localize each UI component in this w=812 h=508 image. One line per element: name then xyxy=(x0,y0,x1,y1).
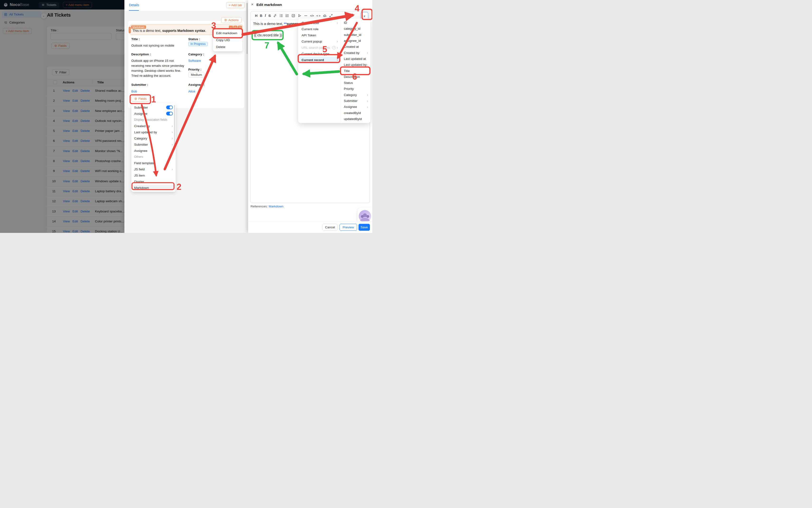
fullscreen-icon[interactable] xyxy=(329,14,333,17)
actions-button[interactable]: Actions xyxy=(221,17,241,23)
menu-item-label: Field template xyxy=(134,161,173,165)
record-field-label: Submitter xyxy=(344,99,367,103)
fields-menu-item[interactable]: Created by › xyxy=(131,123,176,129)
menu-item-label: Created by xyxy=(134,124,172,128)
strikethrough-icon[interactable]: S xyxy=(269,14,271,17)
fields-menu-item[interactable]: JS field › xyxy=(131,166,176,172)
variable-menu-item[interactable]: URL search params ? › xyxy=(298,44,340,51)
variable-item-label: URL search params xyxy=(301,46,332,49)
variable-menu-item[interactable]: Current device type xyxy=(298,51,340,57)
block-context-menu: Edit markdown Copy UID Delete xyxy=(213,29,242,51)
toggle-switch-on[interactable] xyxy=(166,105,173,109)
menu-item-label: Last updated by xyxy=(134,130,172,134)
variable-menu-item[interactable]: Current popup › xyxy=(298,38,340,44)
variable-token-text[interactable]: {{ ctx.record.title }} xyxy=(254,33,282,37)
record-field-item[interactable]: Status xyxy=(340,80,370,86)
chevron-right-icon: › xyxy=(172,130,173,134)
record-field-item[interactable]: category_id xyxy=(340,26,370,32)
record-field-label: assignee_id xyxy=(344,39,368,43)
ordered-list-icon[interactable] xyxy=(285,14,289,17)
preview-button[interactable]: Preview xyxy=(339,224,357,231)
priority-label: Priority : xyxy=(188,68,202,71)
details-scrollbar[interactable] xyxy=(246,3,248,54)
record-field-item[interactable]: Priority xyxy=(340,86,370,92)
menu-item-label: JS item xyxy=(134,174,173,177)
close-icon[interactable]: × xyxy=(251,2,253,7)
fields-menu-item[interactable]: Divider xyxy=(131,178,176,184)
record-field-item[interactable]: Created by › xyxy=(340,50,370,55)
status-label: Status : xyxy=(188,37,200,41)
italic-icon[interactable]: I xyxy=(265,13,266,17)
record-field-label: Created at xyxy=(344,45,368,48)
code-block-icon[interactable]: </> xyxy=(310,14,314,17)
record-field-item[interactable]: Submitter › xyxy=(340,98,370,104)
record-field-item[interactable]: Last updated by › xyxy=(340,62,370,68)
record-field-item[interactable]: Last updated at xyxy=(340,56,370,62)
assignee-value-link[interactable]: Alice xyxy=(188,90,195,93)
variable-menu-item[interactable]: Current user › xyxy=(298,20,340,26)
add-tab-button[interactable]: + Add tab xyxy=(226,2,245,8)
cancel-button[interactable]: Cancel xyxy=(323,224,338,231)
record-field-item[interactable]: assignee_id xyxy=(340,38,370,44)
priority-select[interactable]: Medium xyxy=(188,72,204,78)
record-field-item[interactable]: Category › xyxy=(340,92,370,98)
fields-button[interactable]: Fields xyxy=(131,96,150,102)
record-field-label: submitter_id xyxy=(344,33,368,37)
record-field-item[interactable]: createdById xyxy=(340,110,370,116)
tab-details[interactable]: Details xyxy=(129,3,139,7)
context-menu-item-label: Delete xyxy=(216,45,225,49)
fields-menu-item[interactable]: Category › xyxy=(131,135,176,141)
menu-item-label: Others xyxy=(134,155,173,159)
record-field-item[interactable]: updatedById xyxy=(340,116,370,122)
fields-menu-item[interactable]: Others xyxy=(131,154,176,160)
context-menu-item[interactable]: Delete xyxy=(213,43,242,50)
variable-menu-item[interactable]: Current role xyxy=(298,26,340,32)
variable-menu-item[interactable]: Current record › xyxy=(298,57,340,63)
fields-menu-scrollbar[interactable] xyxy=(174,105,175,150)
task-list-icon[interactable] xyxy=(292,14,295,17)
record-field-item[interactable]: ID xyxy=(340,20,370,26)
chevron-right-icon: › xyxy=(367,63,368,67)
fields-menu-item[interactable]: Markdown xyxy=(131,184,176,191)
upload-icon[interactable] xyxy=(323,14,327,17)
save-button[interactable]: Save xyxy=(359,224,370,231)
record-field-item[interactable]: Created at xyxy=(340,44,370,50)
description-value: Outlook app on iPhone 15 notreceiving ne… xyxy=(131,58,184,78)
fields-menu-item[interactable]: Assignee xyxy=(131,111,176,117)
record-field-item[interactable]: submitter_id xyxy=(340,32,370,38)
fields-menu-item[interactable]: Field template xyxy=(131,160,176,166)
variable-item-label: Current user xyxy=(301,21,337,25)
submitter-value-link[interactable]: Bob xyxy=(131,90,137,93)
submitter-label: Submitter : xyxy=(131,83,148,86)
context-menu-item[interactable]: Copy UID xyxy=(213,37,242,43)
chevron-right-icon: › xyxy=(337,46,338,49)
record-field-item[interactable]: Title xyxy=(340,68,370,74)
fields-menu-item[interactable]: Last updated by › xyxy=(131,129,176,135)
chevron-right-icon: › xyxy=(172,167,173,171)
drag-handle-icon[interactable]: :::: xyxy=(129,27,131,33)
toggle-switch-on[interactable] xyxy=(166,112,173,116)
link-icon[interactable] xyxy=(273,14,277,17)
menu-item-label: Assignee xyxy=(134,149,172,153)
variable-menu-item[interactable]: API Token xyxy=(298,32,340,38)
references-markdown-link[interactable]: Markdown xyxy=(269,205,284,208)
drawer-header: × Edit markdown xyxy=(248,0,372,10)
context-menu-item[interactable]: Edit markdown xyxy=(213,30,242,37)
fields-menu-item[interactable]: Display association fields xyxy=(131,117,176,123)
fields-menu-item[interactable]: Submitter xyxy=(131,104,176,111)
record-field-item[interactable]: Assignee › xyxy=(340,104,370,110)
fields-menu-item[interactable]: Submitter › xyxy=(131,141,176,147)
fields-menu-item[interactable]: JS item xyxy=(131,172,176,178)
bold-icon[interactable]: B xyxy=(260,14,262,17)
send-icon[interactable] xyxy=(298,14,301,17)
horizontal-rule-icon[interactable] xyxy=(304,14,308,17)
menu-item-label: Assignee xyxy=(134,112,166,116)
record-field-label: updatedById xyxy=(344,117,368,121)
actions-button-label: Actions xyxy=(228,18,239,22)
bullet-list-icon[interactable] xyxy=(279,14,283,17)
category-value-link[interactable]: Software xyxy=(188,59,201,62)
heading-icon[interactable]: H xyxy=(255,14,257,17)
fields-menu-item[interactable]: Assignee › xyxy=(131,147,176,154)
inline-code-icon[interactable]: < > xyxy=(317,14,321,17)
record-field-item[interactable]: Description xyxy=(340,74,370,80)
